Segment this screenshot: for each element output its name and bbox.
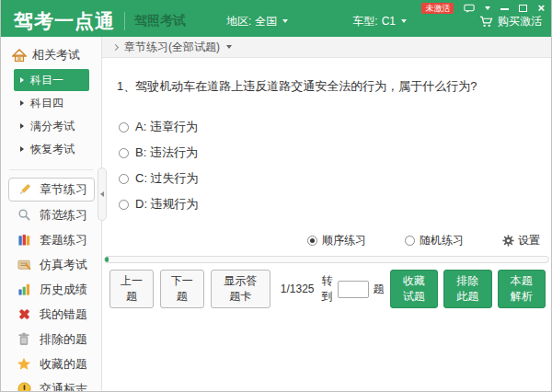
- sidebar-item-my-mistakes[interactable]: 我的错题: [1, 302, 101, 327]
- next-question-button[interactable]: 下一题: [160, 270, 204, 308]
- close-button[interactable]: ×: [537, 4, 545, 13]
- activation-badge[interactable]: 未激活: [421, 3, 454, 14]
- pencil-icon: [17, 183, 31, 197]
- title-bar: 未激活 × 驾考一点通 驾照考试 地区: 全国 车型:: [1, 0, 551, 37]
- vehicle-label: 车型:: [352, 14, 377, 29]
- radio-icon: [119, 174, 129, 184]
- cart-icon: [479, 16, 493, 28]
- option-c[interactable]: C: 过失行为: [119, 173, 551, 184]
- sidebar-item-resume-exam[interactable]: 恢复考试: [14, 138, 89, 160]
- region-selector[interactable]: 地区: 全国: [226, 14, 288, 29]
- option-b-label: B: 违法行为: [135, 144, 198, 161]
- menu-caret-icon[interactable]: [485, 6, 490, 10]
- exclude-question-button[interactable]: 排除此题: [443, 270, 491, 308]
- arrow-left-icon: [100, 191, 104, 197]
- sidebar-item-filter-practice[interactable]: 筛选练习: [1, 202, 101, 227]
- prev-question-button[interactable]: 上一题: [109, 270, 154, 308]
- goto-label: 转到: [322, 273, 333, 305]
- radio-icon: [119, 200, 129, 210]
- option-d-label: D: 违规行为: [135, 196, 199, 213]
- option-a-label: A: 违章行为: [135, 119, 198, 135]
- main-content: 章节练习(全部试题) 1、驾驶机动车在道路上违反道路交通安全法的行为，属于什么行…: [102, 37, 551, 392]
- sidebar-separator: [9, 169, 93, 170]
- answer-card-button[interactable]: 显示答题卡: [211, 270, 270, 308]
- radio-icon: [405, 236, 415, 246]
- buy-activation-button[interactable]: 购买激活: [479, 14, 542, 29]
- home-icon: [12, 49, 27, 63]
- books-icon: [17, 233, 31, 247]
- app-subtitle: 驾照考试: [134, 13, 186, 29]
- trash-icon: [17, 332, 31, 346]
- sidebar-item-subject1[interactable]: 科目一: [14, 69, 89, 91]
- breadcrumb-label: 章节练习(全部试题): [124, 40, 220, 55]
- goto-group: 转到 题: [322, 273, 385, 305]
- option-d[interactable]: D: 违规行为: [119, 199, 551, 210]
- options-list: A: 违章行为 B: 违法行为 C: 过失行为 D: 违规行为: [102, 121, 551, 225]
- progress-bar: [104, 256, 549, 263]
- buy-activation-label: 购买激活: [498, 14, 542, 29]
- sidebar-section-title: 相关考试: [32, 47, 80, 63]
- notepad-icon: [17, 258, 31, 271]
- minimize-button[interactable]: [500, 6, 509, 10]
- favorite-question-button[interactable]: 收藏试题: [390, 270, 438, 308]
- arrow-right-icon: [20, 123, 24, 129]
- analysis-button[interactable]: 本题解析: [498, 270, 546, 308]
- feedback-icon[interactable]: [464, 4, 475, 14]
- settings-button[interactable]: 设置: [502, 233, 540, 248]
- app-window: 未激活 × 驾考一点通 驾照考试 地区: 全国 车型:: [0, 0, 552, 392]
- sidebar: 相关考试 科目一 科目四 满分考试 恢复考试: [1, 37, 102, 392]
- red-cross-icon: [17, 307, 31, 321]
- vehicle-selector[interactable]: 车型: C1: [352, 14, 407, 29]
- random-practice-radio[interactable]: 随机练习: [405, 233, 464, 248]
- radio-checked-icon: [307, 236, 317, 246]
- arrow-right-icon: [20, 77, 24, 83]
- gear-icon: [502, 235, 514, 247]
- breadcrumb[interactable]: 章节练习(全部试题): [102, 37, 551, 58]
- sidebar-item-simulation-exam[interactable]: 仿真考试: [1, 252, 101, 277]
- option-b[interactable]: B: 违法行为: [119, 147, 551, 158]
- arrow-right-icon: [20, 100, 24, 106]
- radio-icon: [119, 148, 129, 158]
- practice-mode-row: 顺序练习 随机练习: [102, 233, 540, 248]
- warning-icon: [17, 382, 31, 392]
- sidebar-collapse-handle[interactable]: [98, 167, 107, 221]
- bottom-toolbar: 上一题 下一题 显示答题卡 1/1325 转到 题 收藏试题 排除此题 本题解析: [102, 270, 551, 308]
- sidebar-item-chapter-practice[interactable]: 章节练习: [8, 178, 95, 202]
- region-label: 地区:: [226, 14, 251, 29]
- vehicle-value: C1: [382, 15, 396, 28]
- region-value: 全国: [255, 14, 277, 29]
- sidebar-item-excluded-questions[interactable]: 排除的题: [1, 327, 101, 352]
- sidebar-item-subject4[interactable]: 科目四: [14, 92, 89, 114]
- bar-chart-icon: [17, 282, 31, 296]
- sidebar-item-favorite-questions[interactable]: 收藏的题: [1, 352, 101, 376]
- chevron-right-icon: [112, 43, 119, 50]
- sidebar-item-history-scores[interactable]: 历史成绩: [1, 277, 101, 302]
- chevron-down-icon: [282, 19, 288, 23]
- option-a[interactable]: A: 违章行为: [119, 121, 551, 133]
- goto-suffix: 题: [374, 282, 385, 297]
- chevron-down-icon: [401, 19, 407, 23]
- sidebar-item-full-score-exam[interactable]: 满分考试: [14, 115, 89, 137]
- star-icon: [17, 357, 31, 371]
- sequential-practice-radio[interactable]: 顺序练习: [307, 233, 366, 248]
- logo-divider: [124, 12, 125, 30]
- question-counter: 1/1325: [281, 282, 315, 295]
- arrow-right-icon: [20, 146, 24, 152]
- radio-icon: [119, 122, 129, 133]
- goto-input[interactable]: [338, 281, 369, 298]
- maximize-button[interactable]: [519, 5, 527, 12]
- chevron-down-icon: [226, 45, 232, 49]
- sidebar-section-related-exams: 相关考试: [12, 47, 101, 63]
- sidebar-item-set-practice[interactable]: 套题练习: [1, 227, 101, 252]
- sidebar-item-traffic-signs[interactable]: 交通标志: [1, 376, 101, 392]
- search-icon: [17, 208, 31, 222]
- progress-fill: [105, 257, 109, 262]
- question-text: 1、驾驶机动车在道路上违反道路交通安全法的行为，属于什么行为?: [117, 78, 536, 95]
- window-controls: 未激活 ×: [421, 3, 545, 14]
- option-c-label: C: 过失行为: [135, 170, 199, 187]
- app-logo: 驾考一点通: [14, 8, 115, 34]
